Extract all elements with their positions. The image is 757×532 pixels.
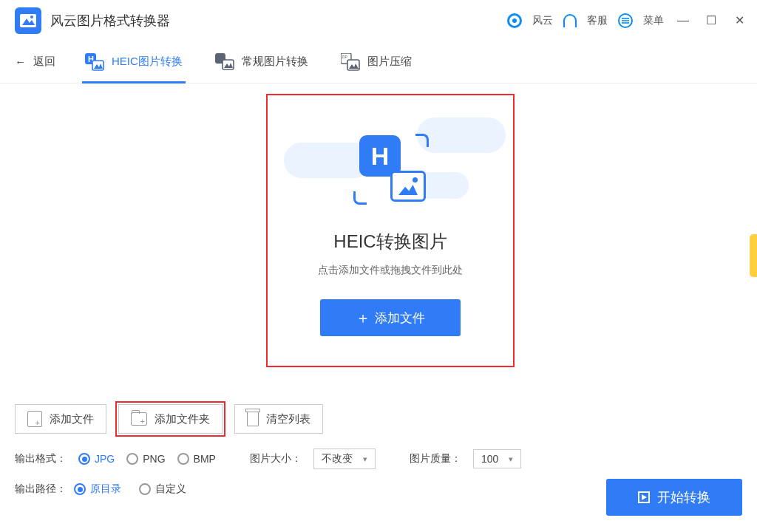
back-label: 返回 [33, 55, 55, 69]
options-row: 输出格式： JPG PNG BMP 图片大小： 不改变 图片质量： 100 [0, 435, 757, 469]
window-maximize-button[interactable]: ☐ [702, 13, 720, 27]
path-label: 输出路径： [15, 482, 67, 496]
button-label: 清空列表 [266, 412, 310, 426]
folder-plus-icon [131, 412, 147, 426]
add-file-primary-button[interactable]: ＋ 添加文件 [320, 299, 461, 336]
tab-label: 图片压缩 [367, 55, 412, 69]
tab-heic-convert[interactable]: H HEIC图片转换 [82, 41, 186, 83]
dropzone-subtitle: 点击添加文件或拖拽文件到此处 [318, 264, 463, 277]
cloud-decor-icon [417, 117, 506, 153]
radio-format-jpg[interactable]: JPG [78, 453, 115, 465]
radio-label: BMP [194, 453, 216, 465]
file-plus-icon [27, 411, 42, 427]
tab-label: 常规图片转换 [242, 55, 308, 69]
headset-icon[interactable] [563, 14, 577, 27]
arrow-left-icon: ← [15, 55, 26, 68]
radio-path-original[interactable]: 原目录 [74, 482, 121, 496]
svg-rect-8 [92, 61, 103, 70]
radio-label: 自定义 [155, 482, 186, 496]
radio-format-png[interactable]: PNG [126, 453, 165, 465]
add-folder-button[interactable]: 添加文件夹 [118, 404, 223, 434]
window-close-button[interactable]: ✕ [730, 13, 748, 27]
service-label[interactable]: 客服 [587, 14, 608, 27]
brand-target-icon[interactable] [507, 13, 522, 28]
heic-hero-icon: H [356, 135, 424, 203]
radio-label: 原目录 [90, 482, 121, 496]
svg-point-2 [30, 16, 33, 18]
menu-label[interactable]: 菜单 [643, 14, 664, 27]
dropzone[interactable]: H HEIC转换图片 点击添加文件或拖拽文件到此处 ＋ 添加文件 [266, 94, 515, 367]
add-file-button-label: 添加文件 [375, 310, 425, 327]
dropzone-title: HEIC转换图片 [333, 230, 447, 253]
plus-icon: ＋ [356, 308, 370, 328]
quality-label: 图片质量： [410, 452, 461, 466]
button-label: 添加文件夹 [155, 412, 210, 426]
radio-dot-icon [139, 483, 151, 495]
menu-icon[interactable] [618, 13, 633, 28]
tab-label: HEIC图片转换 [112, 55, 183, 69]
start-button-label: 开始转换 [657, 488, 710, 506]
right-edge-tab[interactable] [750, 234, 757, 277]
brand-label[interactable]: 风云 [532, 14, 553, 27]
size-select[interactable]: 不改变 [313, 449, 376, 469]
back-button[interactable]: ← 返回 [15, 55, 55, 69]
radio-label: PNG [143, 453, 165, 465]
action-bar: 添加文件 添加文件夹 清空列表 [0, 394, 757, 435]
format-label: 输出格式： [15, 452, 67, 466]
add-file-button[interactable]: 添加文件 [15, 404, 106, 434]
trash-icon [247, 412, 259, 426]
normal-tab-icon [215, 53, 234, 71]
app-title: 风云图片格式转换器 [50, 12, 507, 30]
main-area: H HEIC转换图片 点击添加文件或拖拽文件到此处 ＋ 添加文件 [0, 83, 757, 394]
titlebar: 风云图片格式转换器 风云 客服 菜单 — ☐ ✕ [0, 0, 757, 41]
radio-dot-icon [126, 453, 138, 465]
radio-format-bmp[interactable]: BMP [177, 453, 216, 465]
compress-tab-icon: ZIP [341, 53, 360, 71]
button-label: 添加文件 [50, 412, 94, 426]
radio-path-custom[interactable]: 自定义 [139, 482, 186, 496]
radio-dot-icon [177, 453, 189, 465]
app-logo-icon [15, 7, 41, 34]
radio-dot-icon [78, 453, 90, 465]
heic-tab-icon: H [85, 53, 104, 71]
radio-dot-icon [74, 483, 86, 495]
tab-normal-convert[interactable]: 常规图片转换 [212, 41, 311, 83]
window-minimize-button[interactable]: — [674, 14, 692, 27]
tab-compress[interactable]: ZIP 图片压缩 [338, 41, 415, 83]
quality-select[interactable]: 100 [473, 449, 521, 468]
play-icon [638, 491, 650, 503]
clear-list-button[interactable]: 清空列表 [234, 404, 323, 434]
svg-text:ZIP: ZIP [342, 55, 347, 59]
quality-value: 100 [481, 453, 498, 465]
start-convert-button[interactable]: 开始转换 [606, 479, 742, 516]
radio-label: JPG [95, 453, 115, 465]
highlight-box-icon: 添加文件夹 [115, 401, 225, 437]
toolbar: ← 返回 H HEIC图片转换 常规图片转换 ZIP 图片压缩 [0, 41, 757, 83]
size-value: 不改变 [322, 452, 353, 466]
size-label: 图片大小： [250, 452, 302, 466]
svg-rect-11 [223, 60, 234, 69]
